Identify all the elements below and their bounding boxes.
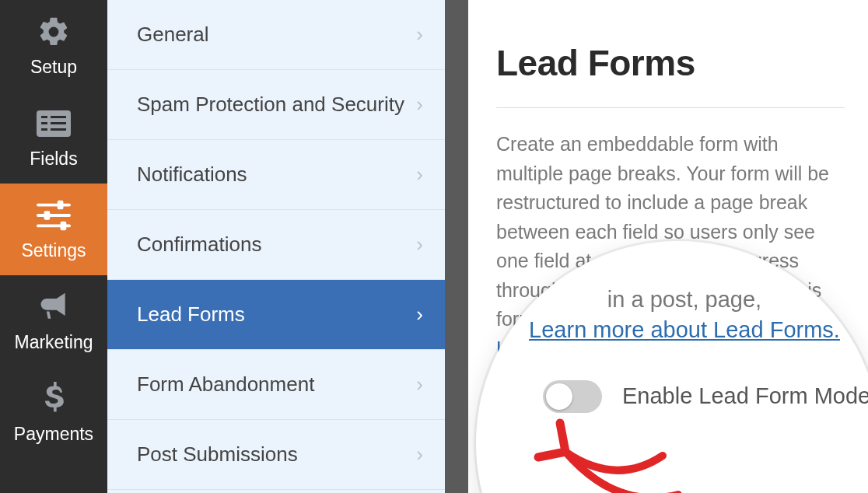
sidebar-item-settings[interactable]: Settings xyxy=(0,184,107,275)
settings-item-post-submissions[interactable]: Post Submissions › xyxy=(107,420,445,490)
sidebar-item-payments[interactable]: Payments xyxy=(0,367,107,459)
sidebar-item-label: Payments xyxy=(14,424,93,445)
svg-rect-5 xyxy=(41,128,47,131)
sidebar-item-label: Setup xyxy=(30,57,77,78)
sidebar-item-fields[interactable]: Fields xyxy=(0,92,107,184)
chevron-right-icon: › xyxy=(416,23,423,47)
toggle-knob xyxy=(546,383,572,410)
svg-rect-10 xyxy=(58,200,64,208)
svg-rect-1 xyxy=(41,116,47,118)
sliders-icon xyxy=(37,198,71,233)
sidebar-item-label: Fields xyxy=(30,149,77,170)
svg-rect-2 xyxy=(51,116,66,118)
page-title: Lead Forms xyxy=(496,42,845,84)
svg-rect-11 xyxy=(44,211,51,219)
settings-submenu: General › Spam Protection and Security ›… xyxy=(107,0,445,493)
enable-lead-form-toggle[interactable] xyxy=(543,380,602,413)
settings-item-lead-forms[interactable]: Lead Forms › xyxy=(107,280,445,350)
zoom-text-fragment: in a post, page, xyxy=(520,283,849,317)
svg-rect-8 xyxy=(37,214,71,217)
content-panel: Lead Forms Create an embeddable form wit… xyxy=(468,0,868,493)
settings-item-confirmations[interactable]: Confirmations › xyxy=(107,210,445,280)
arrow-annotation-icon xyxy=(523,409,694,493)
sidebar-item-label: Settings xyxy=(21,240,86,261)
settings-item-label: Lead Forms xyxy=(137,302,245,327)
zoom-learn-more-link[interactable]: Learn more about Lead Forms. xyxy=(529,317,840,342)
sidebar-item-marketing[interactable]: Marketing xyxy=(0,275,107,367)
svg-rect-7 xyxy=(37,203,71,206)
chevron-right-icon: › xyxy=(416,93,423,117)
chevron-right-icon: › xyxy=(416,442,423,467)
chevron-right-icon: › xyxy=(416,302,423,327)
chevron-right-icon: › xyxy=(416,372,423,397)
settings-item-label: Notifications xyxy=(137,163,247,187)
svg-rect-4 xyxy=(51,122,66,124)
dollar-icon xyxy=(37,382,71,416)
settings-item-label: General xyxy=(137,23,209,47)
settings-item-label: Form Abandonment xyxy=(137,372,314,397)
gear-icon xyxy=(37,15,71,49)
panel-gap xyxy=(445,0,468,493)
settings-item-label: Post Submissions xyxy=(137,442,298,467)
toggle-label: Enable Lead Form Mode xyxy=(622,383,868,409)
svg-rect-12 xyxy=(61,221,67,229)
sidebar-item-label: Marketing xyxy=(15,332,93,353)
settings-item-label: Confirmations xyxy=(137,233,261,257)
chevron-right-icon: › xyxy=(416,163,423,187)
settings-item-notifications[interactable]: Notifications › xyxy=(107,140,445,210)
bullhorn-icon xyxy=(37,290,71,324)
svg-rect-6 xyxy=(51,128,66,131)
list-icon xyxy=(37,107,71,141)
divider xyxy=(496,107,845,108)
settings-item-general[interactable]: General › xyxy=(107,0,445,70)
chevron-right-icon: › xyxy=(416,233,423,257)
settings-item-label: Spam Protection and Security xyxy=(137,93,404,117)
settings-item-form-abandonment[interactable]: Form Abandonment › xyxy=(107,350,445,420)
svg-rect-3 xyxy=(41,122,47,124)
settings-item-spam[interactable]: Spam Protection and Security › xyxy=(107,70,445,140)
sidebar-item-setup[interactable]: Setup xyxy=(0,0,107,92)
icon-sidebar: Setup Fields Settings xyxy=(0,0,107,493)
